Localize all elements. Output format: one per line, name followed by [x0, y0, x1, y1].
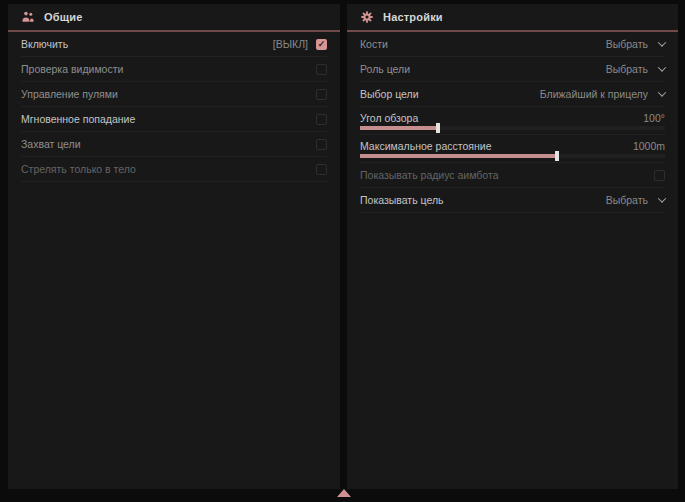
dropdown[interactable]: Выбрать — [606, 63, 665, 75]
setting-label: Управление пулями — [21, 88, 118, 100]
checkbox[interactable] — [654, 170, 665, 181]
slider-handle[interactable] — [436, 123, 440, 133]
setting-label: Мгновенное попадание — [21, 113, 135, 125]
checkbox[interactable]: ✓ — [316, 39, 327, 50]
setting-row-захват-цели[interactable]: Захват цели — [21, 132, 327, 157]
panel-title: Общие — [44, 11, 83, 23]
slider-track[interactable] — [360, 126, 665, 130]
checkbox[interactable] — [316, 89, 327, 100]
setting-row-включить[interactable]: Включить[ВЫКЛ]✓ — [21, 32, 327, 57]
setting-row-выбор-цели[interactable]: Выбор целиБлижайший к прицелу — [360, 82, 665, 107]
people-icon — [21, 10, 35, 24]
chevron-down-icon — [658, 63, 666, 71]
setting-label: Кости — [360, 38, 388, 50]
dropdown[interactable]: Ближайший к прицелу — [540, 88, 665, 100]
setting-row-роль-цели[interactable]: Роль целиВыбрать — [360, 57, 665, 82]
chevron-down-icon — [658, 88, 666, 96]
setting-label: Максимальное расстояние — [360, 140, 491, 152]
setting-label: Проверка видимости — [21, 63, 123, 75]
dropdown[interactable]: Выбрать — [606, 194, 665, 206]
setting-row-максимальное-расстояние[interactable]: Максимальное расстояние1000m — [360, 135, 665, 163]
chevron-down-icon — [658, 194, 666, 202]
slider-value: 100° — [643, 112, 665, 124]
setting-label: Выбор цели — [360, 88, 419, 100]
checkbox-control — [316, 64, 327, 75]
setting-row-кости[interactable]: КостиВыбрать — [360, 32, 665, 57]
slider-fill — [360, 126, 438, 130]
checkbox[interactable] — [316, 164, 327, 175]
setting-row-мгновенное-попадание[interactable]: Мгновенное попадание — [21, 107, 327, 132]
setting-label: Включить — [21, 38, 68, 50]
slider-handle[interactable] — [555, 151, 559, 161]
general-panel: Общие Включить[ВЫКЛ]✓Проверка видимостиУ… — [8, 4, 340, 489]
setting-label: Стрелять только в тело — [21, 163, 136, 175]
cursor-triangle-icon — [337, 489, 351, 497]
checkbox[interactable] — [316, 114, 327, 125]
dropdown-value: Ближайший к прицелу — [540, 88, 648, 100]
setting-label: Показывать радиус аимбота — [360, 169, 499, 181]
setting-row-управление-пулями[interactable]: Управление пулями — [21, 82, 327, 107]
gear-icon — [360, 10, 374, 24]
checkbox-control — [316, 89, 327, 100]
checkmark-icon: ✓ — [318, 40, 326, 49]
checkbox-control — [316, 114, 327, 125]
hotkey-tag: [ВЫКЛ] — [273, 38, 308, 50]
setting-label: Угол обзора — [360, 112, 418, 124]
slider-fill — [360, 154, 557, 158]
dropdown[interactable]: Выбрать — [606, 38, 665, 50]
setting-row-стрелять-только-в-тело[interactable]: Стрелять только в тело — [21, 157, 327, 182]
general-panel-header: Общие — [8, 4, 340, 30]
slider-value: 1000m — [633, 140, 665, 152]
checkbox-control: [ВЫКЛ]✓ — [273, 38, 327, 50]
settings-panel-header: Настройки — [347, 4, 678, 30]
setting-label: Захват цели — [21, 138, 81, 150]
slider-row-top: Угол обзора100° — [360, 112, 665, 124]
slider-track[interactable] — [360, 154, 665, 158]
settings-panel: Настройки КостиВыбратьРоль целиВыбратьВы… — [347, 4, 678, 489]
checkbox-control — [316, 139, 327, 150]
dropdown-value: Выбрать — [606, 38, 648, 50]
checkbox[interactable] — [316, 64, 327, 75]
dropdown-value: Выбрать — [606, 194, 648, 206]
chevron-down-icon — [658, 38, 666, 46]
dropdown-value: Выбрать — [606, 63, 648, 75]
setting-label: Роль цели — [360, 63, 410, 75]
checkbox-control — [316, 164, 327, 175]
setting-row-показывать-цель[interactable]: Показывать цельВыбрать — [360, 188, 665, 213]
checkbox[interactable] — [316, 139, 327, 150]
panel-title: Настройки — [383, 11, 443, 23]
slider-row-top: Максимальное расстояние1000m — [360, 140, 665, 152]
setting-label: Показывать цель — [360, 194, 444, 206]
setting-row-угол-обзора[interactable]: Угол обзора100° — [360, 107, 665, 135]
checkbox-control — [654, 170, 665, 181]
setting-row-проверка-видимости[interactable]: Проверка видимости — [21, 57, 327, 82]
setting-row-показывать-радиус-аимбота[interactable]: Показывать радиус аимбота — [360, 163, 665, 188]
